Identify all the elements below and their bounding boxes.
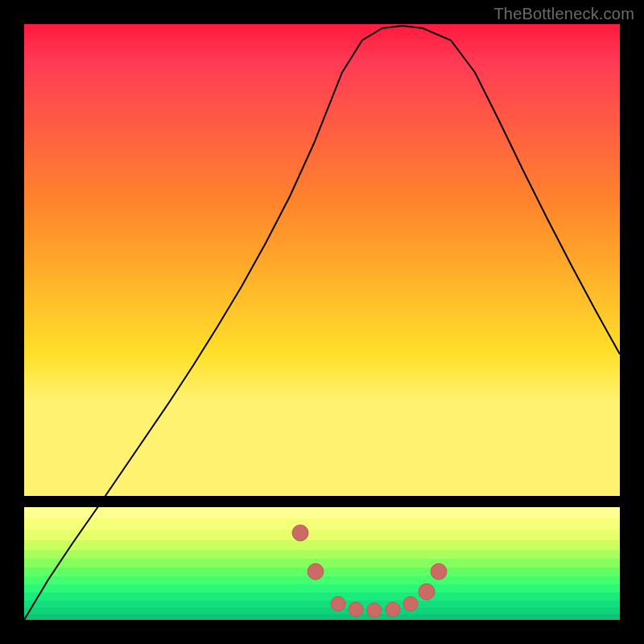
watermark-text: TheBottleneck.com	[493, 5, 634, 23]
marker-2	[308, 564, 324, 580]
marker-8	[419, 584, 435, 600]
marker-7	[403, 597, 418, 611]
curve-layer	[24, 24, 620, 620]
chart-frame: TheBottleneck.com	[0, 0, 644, 644]
marker-9	[431, 564, 447, 580]
marker-3	[331, 597, 345, 611]
marker-5	[367, 603, 382, 617]
marker-1	[292, 525, 308, 541]
plot-area	[24, 24, 620, 620]
marker-group	[292, 525, 447, 617]
marker-4	[349, 602, 363, 617]
bottleneck-curve	[24, 26, 620, 620]
marker-6	[386, 602, 400, 617]
